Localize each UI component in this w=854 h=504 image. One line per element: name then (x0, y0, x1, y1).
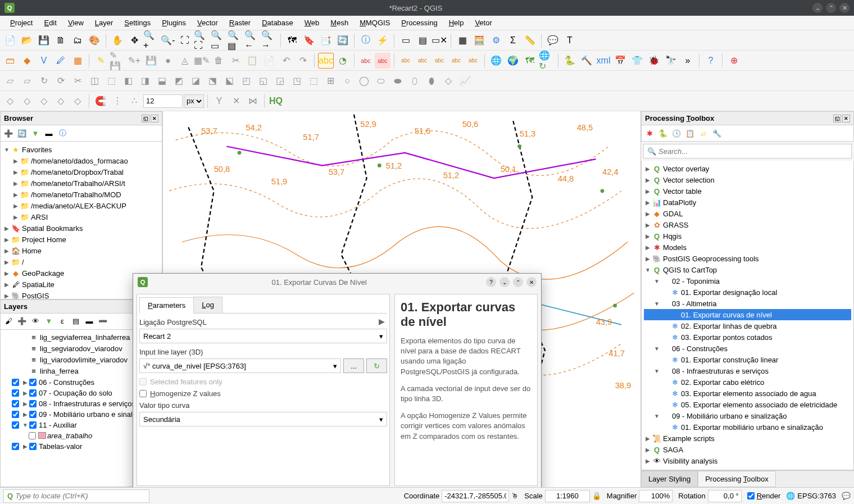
collapse-help-icon[interactable]: ▶ (379, 317, 385, 326)
rotation-input[interactable] (708, 490, 742, 502)
statistics-icon[interactable]: Σ (505, 33, 521, 48)
browser-item[interactable]: ▶📁/home/aneto/Dropbox/Trabal (3, 166, 160, 178)
globe-web-icon[interactable]: 🌍 (505, 53, 521, 69)
toolbox-item[interactable]: ▼QQGIS to CartTop (644, 264, 851, 275)
label-show-icon[interactable]: abc (398, 53, 414, 69)
toolbox-item[interactable]: ▶QVector selection (644, 174, 851, 185)
dialog-expand-button[interactable]: ⌃ (513, 277, 523, 287)
python-icon[interactable]: 🐍 (562, 53, 578, 69)
toolbox-item[interactable]: ❄03. Exportar pontos cotados (644, 332, 851, 343)
topo-editing-icon[interactable]: Y (211, 93, 227, 109)
advanced-tool-17-icon[interactable]: ◲ (272, 73, 288, 89)
shape-tool-1-icon[interactable]: ◇ (2, 93, 18, 109)
dialog-collapse-button[interactable]: ⌄ (499, 277, 510, 287)
input-browse-button[interactable]: ... (343, 358, 364, 373)
menu-project[interactable]: Project (4, 16, 38, 29)
xml-icon[interactable]: xml (596, 53, 611, 69)
toolbox-item[interactable]: ▶🐘PostGIS Geoprocessing tools (644, 253, 851, 264)
toolbox-item[interactable]: ❄01. Exportar mobiliário urbano e sinali… (644, 421, 851, 433)
profile-tool-icon[interactable]: 📈 (457, 73, 473, 89)
toolbox-item[interactable]: ❄02. Exportar cabo elétrico (644, 376, 851, 388)
browser-item[interactable]: ▶🔖Spatial Bookmarks (3, 223, 160, 234)
actions-icon[interactable]: ⚡ (375, 33, 390, 48)
window-close-button[interactable]: ✕ (839, 3, 850, 13)
globe-osm-icon[interactable]: 🗺 (522, 53, 538, 69)
toolbox-item[interactable]: ❄01. Exportar designação local (644, 287, 851, 298)
menu-mmqgis[interactable]: MMQGIS (354, 16, 396, 29)
globe-updates-icon[interactable]: 🌐↻ (539, 53, 555, 69)
advanced-tool-3-icon[interactable]: ↻ (36, 73, 52, 89)
more-icon[interactable]: » (680, 53, 696, 69)
advanced-tool-25-icon[interactable]: ⬯ (407, 73, 423, 89)
toolbox-item[interactable]: ▶QVector table (644, 185, 851, 197)
zoom-next-icon[interactable]: 🔍→ (261, 33, 277, 48)
undo-icon[interactable]: ↶ (278, 53, 294, 69)
label-move-icon[interactable]: abc (415, 53, 430, 69)
toolbox-item[interactable]: ▼06 - Construções (644, 343, 851, 354)
toolbox-item[interactable]: ❄01. Exportar construção linear (644, 354, 851, 365)
messages-icon[interactable]: 💬 (842, 492, 851, 500)
menu-processing[interactable]: Processing (396, 16, 443, 29)
label-highlight-icon[interactable]: abc (375, 53, 390, 69)
pan-icon[interactable]: ✋ (110, 33, 125, 48)
tab-parameters[interactable]: Parameters (139, 297, 194, 314)
browser-item[interactable]: ▶📁Project Home (3, 234, 160, 245)
tab-log[interactable]: Log (193, 297, 222, 313)
text-annotation-icon[interactable]: T (562, 33, 578, 48)
shape-tool-2-icon[interactable]: ◇ (19, 93, 35, 109)
data-source-manager-icon[interactable]: 🗃 (2, 53, 18, 69)
layers-collapse-icon[interactable]: ▬ (84, 316, 95, 327)
advanced-tool-16-icon[interactable]: ◱ (255, 73, 271, 89)
toolbox-item[interactable]: ❄02. Exportar linhas de quebra (644, 320, 851, 332)
browser-collapse-icon[interactable]: ▬ (43, 128, 54, 139)
toolbox-item[interactable]: ▶✿GRASS (644, 219, 851, 230)
homogenize-checkbox[interactable] (139, 390, 147, 397)
menu-edit[interactable]: Edit (38, 16, 62, 29)
advanced-tool-22-icon[interactable]: ◯ (356, 73, 372, 89)
snapping-icon[interactable]: 🧲 (93, 93, 108, 109)
calendar-icon[interactable]: 📅 (612, 53, 628, 69)
toolbox-script-icon[interactable]: 🐍 (657, 128, 669, 139)
toolbox-item[interactable]: ▼02 - Toponimia (644, 275, 851, 287)
deselect-icon[interactable]: ▭✕ (431, 33, 447, 48)
ligacao-select[interactable]: Recart 2▾ (139, 329, 387, 343)
dialog-close-x-button[interactable]: ✕ (526, 277, 537, 287)
zoom-native-icon[interactable]: ⛶ (177, 33, 193, 48)
menu-database[interactable]: Database (256, 16, 299, 29)
self-snap-icon[interactable]: ⋈ (245, 93, 261, 109)
dialog-help-button[interactable]: ? (486, 277, 496, 287)
menu-web[interactable]: Web (299, 16, 325, 29)
toolbox-item[interactable]: ▶◆GDAL (644, 208, 851, 219)
snapping-tolerance-input[interactable] (143, 94, 183, 108)
toolbox-item[interactable]: ▶👁Visibility analysis (644, 455, 851, 466)
advanced-tool-19-icon[interactable]: ⬚ (306, 73, 321, 89)
open-project-icon[interactable]: 📂 (19, 33, 35, 48)
digitize-icon[interactable]: ● (160, 53, 176, 69)
toolbox-item[interactable]: ▶📜Example scripts (644, 433, 851, 444)
valor-select[interactable]: Secundária▾ (139, 412, 387, 426)
advanced-tool-11-icon[interactable]: ◩ (171, 73, 187, 89)
browser-item[interactable]: ▶📁/media/aneto/ALEX-BACKUP (3, 200, 160, 211)
diagram-tool-icon[interactable]: ◔ (335, 53, 351, 69)
advanced-tool-12-icon[interactable]: ◪ (188, 73, 203, 89)
new-spatialite-icon[interactable]: 🖉 (53, 53, 69, 69)
bug-icon[interactable]: 🐞 (646, 53, 662, 69)
browser-item[interactable]: ▶📁/home/aneto/dados_formacao (3, 155, 160, 166)
browser-item[interactable]: ▶📁/ (3, 256, 160, 267)
new-virtual-icon[interactable]: ▦ (70, 53, 85, 69)
advanced-tool-8-icon[interactable]: ◧ (120, 73, 136, 89)
new-shapefile-icon[interactable]: V (36, 53, 52, 69)
toolbox-results-icon[interactable]: 📋 (684, 128, 696, 139)
measure-icon[interactable]: 📏 (522, 33, 538, 48)
new-geopackage-icon[interactable]: ◆ (19, 53, 35, 69)
crash-icon[interactable]: 👕 (629, 53, 645, 69)
zoom-selection-icon[interactable]: 🔍▭ (211, 33, 226, 48)
menu-layer[interactable]: Layer (89, 16, 119, 29)
window-maximize-button[interactable]: ⌃ (826, 3, 836, 13)
copy-features-icon[interactable]: 📋 (244, 53, 260, 69)
save-edits-icon[interactable]: ✎💾 (110, 53, 125, 69)
browser-item[interactable]: ▼★Favorites (3, 144, 160, 155)
toolbox-item[interactable]: ▼09 - Mobiliário urbano e sinalização (644, 410, 851, 421)
render-checkbox[interactable] (747, 492, 755, 500)
advanced-tool-4-icon[interactable]: ⟳ (53, 73, 69, 89)
